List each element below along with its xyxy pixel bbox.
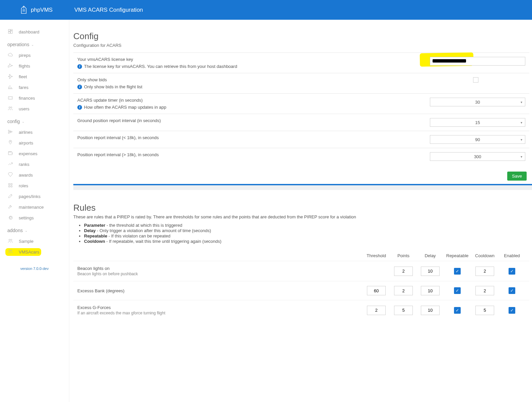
sidebar-item-label: fares bbox=[19, 85, 28, 90]
users-icon bbox=[7, 106, 13, 112]
sidebar-group-config[interactable]: config⌄ bbox=[7, 119, 69, 124]
select-4[interactable]: 90▾ bbox=[430, 135, 525, 144]
delay-input[interactable] bbox=[421, 267, 440, 276]
cooldown-input[interactable] bbox=[475, 286, 494, 295]
chevron-down-icon: ⌄ bbox=[22, 120, 24, 123]
sidebar-item-fleet[interactable]: fleet bbox=[7, 71, 69, 82]
cooldown-input[interactable] bbox=[475, 306, 494, 315]
config-row: Ground position report interval (in seco… bbox=[73, 114, 529, 131]
rule-name: Excess G-Forces bbox=[77, 305, 363, 310]
sidebar-item-expenses[interactable]: expenses bbox=[7, 148, 69, 159]
takeoff-icon bbox=[7, 63, 13, 69]
brand-logo[interactable]: phpVMS bbox=[20, 5, 67, 15]
sidebar-item-label: users bbox=[19, 106, 29, 111]
sidebar-item-pireps[interactable]: pireps bbox=[7, 50, 69, 61]
config-label: ACARS update timer (in seconds) bbox=[77, 98, 425, 103]
rules-title: Rules bbox=[73, 198, 529, 214]
sidebar-item-maintenance[interactable]: maintenance bbox=[7, 202, 69, 212]
delay-input[interactable] bbox=[421, 306, 440, 315]
select-5[interactable]: 300▾ bbox=[430, 152, 525, 161]
trend-icon bbox=[7, 161, 13, 168]
sidebar-item-vmsacars[interactable]: VMSAcars bbox=[7, 246, 69, 257]
edit-icon bbox=[7, 193, 13, 200]
checkbox-checked[interactable]: ✓ bbox=[454, 287, 461, 294]
checkbox-checked[interactable]: ✓ bbox=[509, 307, 515, 314]
points-input[interactable] bbox=[394, 267, 413, 276]
plane-icon bbox=[7, 74, 13, 80]
dashboard-icon bbox=[7, 29, 13, 35]
config-row: ACARS update timer (in seconds)iHow ofte… bbox=[73, 93, 529, 114]
col-enabled: Enabled bbox=[499, 253, 525, 258]
config-label: Position report interval (< 18k), in sec… bbox=[77, 135, 425, 140]
save-button[interactable]: Save bbox=[507, 172, 527, 181]
sidebar-item-flights[interactable]: flights bbox=[7, 61, 69, 71]
rules-bullet: Parameter - the threshold at which this … bbox=[84, 223, 529, 228]
phpvms-icon bbox=[20, 5, 27, 15]
checkbox-checked[interactable]: ✓ bbox=[509, 287, 515, 294]
sidebar-item-sample[interactable]: Sample bbox=[7, 236, 69, 246]
send-icon bbox=[7, 129, 13, 135]
threshold-input[interactable] bbox=[367, 286, 386, 295]
threshold-input[interactable] bbox=[367, 306, 386, 315]
caret-down-icon: ▾ bbox=[521, 121, 522, 124]
col-cooldown: Cooldown bbox=[471, 253, 499, 258]
diamond-icon bbox=[7, 172, 13, 178]
caret-down-icon: ▾ bbox=[521, 138, 522, 141]
rule-desc: If an aircraft exceeds the max gforce tu… bbox=[77, 311, 363, 315]
config-label: Position report interval (> 18k), in sec… bbox=[77, 152, 425, 157]
rule-name: Beacon lights on bbox=[77, 266, 363, 271]
sidebar: dashboardoperations⌄pirepsflightsfleetfa… bbox=[0, 20, 69, 402]
sidebar-item-ranks[interactable]: ranks bbox=[7, 159, 69, 170]
checkbox-1[interactable] bbox=[473, 77, 478, 83]
sidebar-item-airports[interactable]: airports bbox=[7, 137, 69, 148]
sidebar-item-fares[interactable]: fares bbox=[7, 82, 69, 93]
checkbox-checked[interactable]: ✓ bbox=[454, 307, 461, 314]
select-3[interactable]: 15▾ bbox=[430, 118, 525, 127]
money-icon bbox=[7, 95, 13, 101]
info-icon: i bbox=[77, 64, 82, 69]
pin-icon bbox=[7, 140, 13, 146]
page-title: VMS ACARS Configuration bbox=[74, 7, 143, 13]
col-points: Points bbox=[390, 253, 417, 258]
users-icon bbox=[7, 249, 13, 255]
sidebar-group-operations[interactable]: operations⌄ bbox=[7, 42, 69, 47]
rule-desc: Beacon lights on before pushback bbox=[77, 272, 363, 276]
sidebar-item-roles[interactable]: roles bbox=[7, 180, 69, 191]
points-input[interactable] bbox=[394, 306, 413, 315]
config-label: Ground position report interval (in seco… bbox=[77, 118, 425, 123]
sidebar-item-pages/links[interactable]: pages/links bbox=[7, 191, 69, 202]
wrench-icon bbox=[7, 204, 13, 210]
version-text: version 7.0.0-dev bbox=[0, 267, 69, 271]
brand-text: phpVMS bbox=[31, 7, 53, 13]
sidebar-item-users[interactable]: users bbox=[7, 103, 69, 114]
points-input[interactable] bbox=[394, 286, 413, 295]
sidebar-item-finances[interactable]: finances bbox=[7, 93, 69, 103]
rule-row: Excesss Bank (degrees)✓✓ bbox=[73, 281, 529, 300]
rules-header-row: Threshold Points Delay Repeatable Cooldo… bbox=[73, 250, 529, 261]
sidebar-item-label: pages/links bbox=[19, 194, 41, 199]
wallet-icon bbox=[7, 150, 13, 157]
rules-bullet: Repeatable - If this violaton can be rep… bbox=[84, 233, 529, 238]
sidebar-item-label: flights bbox=[19, 64, 30, 69]
select-2[interactable]: 30▾ bbox=[430, 98, 525, 106]
sidebar-item-label: VMSAcars bbox=[19, 249, 39, 255]
config-row: Position report interval (< 18k), in sec… bbox=[73, 131, 529, 148]
col-repeatable: Repeatable bbox=[444, 253, 471, 258]
sidebar-item-settings[interactable]: settings bbox=[7, 212, 69, 223]
delay-input[interactable] bbox=[421, 286, 440, 295]
checkbox-checked[interactable]: ✓ bbox=[454, 268, 461, 275]
caret-down-icon: ▾ bbox=[521, 155, 522, 159]
cooldown-input[interactable] bbox=[475, 267, 494, 276]
config-title: Config bbox=[73, 26, 529, 43]
sidebar-group-addons[interactable]: addons⌄ bbox=[7, 228, 69, 233]
sidebar-item-awards[interactable]: awards bbox=[7, 170, 69, 180]
config-subtitle: Configuration for ACARS bbox=[73, 43, 529, 48]
chevron-down-icon: ⌄ bbox=[31, 43, 34, 46]
config-row: Only show bidsiOnly show bids in the fli… bbox=[73, 73, 529, 93]
sidebar-item-label: awards bbox=[19, 173, 33, 178]
config-help-text: The license key for vmsACARS. You can re… bbox=[84, 64, 237, 69]
checkbox-checked[interactable]: ✓ bbox=[509, 268, 515, 275]
sidebar-item-airlines[interactable]: airlines bbox=[7, 127, 69, 137]
sidebar-item-dashboard[interactable]: dashboard bbox=[7, 26, 69, 37]
app-header: phpVMS VMS ACARS Configuration bbox=[0, 0, 532, 20]
